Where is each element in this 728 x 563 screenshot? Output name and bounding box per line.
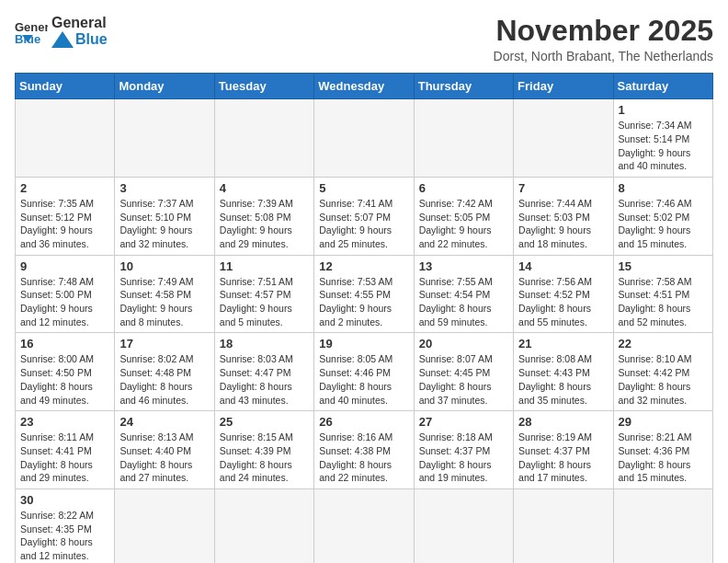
day-info: Sunrise: 7:56 AMSunset: 4:52 PMDaylight:… [518,275,608,329]
calendar-cell: 20Sunrise: 8:07 AMSunset: 4:45 PMDayligh… [414,333,513,411]
calendar-cell: 9Sunrise: 7:48 AMSunset: 5:00 PMDaylight… [16,255,115,333]
day-info: Sunrise: 8:02 AMSunset: 4:48 PMDaylight:… [119,352,209,407]
day-number: 13 [419,259,508,273]
day-info: Sunrise: 8:11 AMSunset: 4:41 PMDaylight:… [20,431,109,485]
calendar-cell: 4Sunrise: 7:39 AMSunset: 5:08 PMDaylight… [214,177,313,255]
day-number: 18 [220,337,309,350]
day-number: 27 [419,415,508,429]
calendar-cell: 19Sunrise: 8:05 AMSunset: 4:46 PMDayligh… [314,333,414,411]
day-number: 16 [20,337,109,350]
day-number: 24 [119,415,209,429]
calendar-cell [414,488,513,563]
calendar-cell: 30Sunrise: 8:22 AMSunset: 4:35 PMDayligh… [16,488,115,563]
calendar-cell [214,99,313,178]
calendar-cell: 18Sunrise: 8:03 AMSunset: 4:47 PMDayligh… [214,333,313,411]
day-info: Sunrise: 8:05 AMSunset: 4:46 PMDaylight:… [319,352,408,407]
calendar-cell: 15Sunrise: 7:58 AMSunset: 4:51 PMDayligh… [613,255,712,333]
month-title: November 2025 [494,15,713,47]
calendar-cell: 29Sunrise: 8:21 AMSunset: 4:36 PMDayligh… [613,411,712,489]
calendar-cell: 8Sunrise: 7:46 AMSunset: 5:02 PMDaylight… [613,177,712,255]
week-row-3: 9Sunrise: 7:48 AMSunset: 5:00 PMDaylight… [16,255,713,333]
logo-triangle-icon [51,31,74,48]
day-number: 14 [518,259,608,273]
day-info: Sunrise: 8:18 AMSunset: 4:37 PMDaylight:… [419,431,508,485]
day-number: 17 [119,337,209,350]
day-info: Sunrise: 7:42 AMSunset: 5:05 PMDaylight:… [419,197,508,251]
calendar-cell [16,99,115,178]
day-number: 26 [319,415,408,429]
weekday-header-thursday: Thursday [414,74,513,99]
day-info: Sunrise: 8:00 AMSunset: 4:50 PMDaylight:… [20,352,109,407]
day-info: Sunrise: 7:58 AMSunset: 4:51 PMDaylight:… [619,275,708,329]
calendar-cell: 27Sunrise: 8:18 AMSunset: 4:37 PMDayligh… [414,411,513,489]
day-info: Sunrise: 7:34 AMSunset: 5:14 PMDaylight:… [619,119,708,173]
day-info: Sunrise: 8:22 AMSunset: 4:35 PMDaylight:… [20,509,109,563]
calendar-cell: 2Sunrise: 7:35 AMSunset: 5:12 PMDaylight… [16,177,115,255]
day-number: 5 [319,181,408,195]
weekday-header-friday: Friday [514,74,613,99]
calendar-cell: 11Sunrise: 7:51 AMSunset: 4:57 PMDayligh… [214,255,313,333]
day-number: 10 [119,259,209,273]
day-number: 6 [419,181,508,195]
calendar-cell: 6Sunrise: 7:42 AMSunset: 5:05 PMDaylight… [414,177,513,255]
day-number: 22 [619,337,708,350]
day-number: 4 [220,181,309,195]
day-number: 21 [518,337,608,350]
calendar-cell: 17Sunrise: 8:02 AMSunset: 4:48 PMDayligh… [115,333,214,411]
logo-blue-text: Blue [75,31,108,48]
day-number: 28 [518,415,608,429]
calendar-cell [514,488,613,563]
day-number: 3 [119,181,209,195]
day-info: Sunrise: 7:48 AMSunset: 5:00 PMDaylight:… [20,275,109,329]
day-info: Sunrise: 8:03 AMSunset: 4:47 PMDaylight:… [220,352,309,407]
day-info: Sunrise: 7:55 AMSunset: 4:54 PMDaylight:… [419,275,508,329]
svg-text:Blue: Blue [15,32,40,44]
day-info: Sunrise: 8:13 AMSunset: 4:40 PMDaylight:… [119,431,209,485]
week-row-4: 16Sunrise: 8:00 AMSunset: 4:50 PMDayligh… [16,333,713,411]
day-number: 25 [220,415,309,429]
weekday-header-monday: Monday [115,74,214,99]
calendar-cell: 23Sunrise: 8:11 AMSunset: 4:41 PMDayligh… [16,411,115,489]
day-number: 20 [419,337,508,350]
day-info: Sunrise: 8:21 AMSunset: 4:36 PMDaylight:… [619,431,708,485]
calendar-cell [115,488,214,563]
day-number: 15 [619,259,708,273]
week-row-1: 1Sunrise: 7:34 AMSunset: 5:14 PMDaylight… [16,99,713,178]
day-number: 12 [319,259,408,273]
day-number: 19 [319,337,408,350]
calendar-cell: 22Sunrise: 8:10 AMSunset: 4:42 PMDayligh… [613,333,712,411]
week-row-5: 23Sunrise: 8:11 AMSunset: 4:41 PMDayligh… [16,411,713,489]
calendar-table: SundayMondayTuesdayWednesdayThursdayFrid… [15,73,713,563]
weekday-header-sunday: Sunday [16,74,115,99]
day-number: 9 [20,259,109,273]
day-info: Sunrise: 7:46 AMSunset: 5:02 PMDaylight:… [619,197,708,251]
calendar-cell [214,488,313,563]
day-info: Sunrise: 8:10 AMSunset: 4:42 PMDaylight:… [619,352,708,407]
day-info: Sunrise: 8:07 AMSunset: 4:45 PMDaylight:… [419,352,508,407]
calendar-cell: 24Sunrise: 8:13 AMSunset: 4:40 PMDayligh… [115,411,214,489]
calendar-cell: 13Sunrise: 7:55 AMSunset: 4:54 PMDayligh… [414,255,513,333]
calendar-cell: 26Sunrise: 8:16 AMSunset: 4:38 PMDayligh… [314,411,414,489]
page-header: General Blue General Blue November 2025 … [15,15,713,63]
day-info: Sunrise: 7:51 AMSunset: 4:57 PMDaylight:… [220,275,309,329]
day-info: Sunrise: 7:49 AMSunset: 4:58 PMDaylight:… [119,275,209,329]
calendar-cell: 7Sunrise: 7:44 AMSunset: 5:03 PMDaylight… [514,177,613,255]
weekday-header-row: SundayMondayTuesdayWednesdayThursdayFrid… [16,74,713,99]
calendar-cell: 3Sunrise: 7:37 AMSunset: 5:10 PMDaylight… [115,177,214,255]
day-info: Sunrise: 7:35 AMSunset: 5:12 PMDaylight:… [20,197,109,251]
calendar-cell: 16Sunrise: 8:00 AMSunset: 4:50 PMDayligh… [16,333,115,411]
day-info: Sunrise: 8:16 AMSunset: 4:38 PMDaylight:… [319,431,408,485]
location-subtitle: Dorst, North Brabant, The Netherlands [494,49,713,63]
calendar-cell: 28Sunrise: 8:19 AMSunset: 4:37 PMDayligh… [514,411,613,489]
logo: General Blue General Blue [15,15,108,48]
calendar-cell [115,99,214,178]
day-number: 11 [220,259,309,273]
calendar-cell: 10Sunrise: 7:49 AMSunset: 4:58 PMDayligh… [115,255,214,333]
day-info: Sunrise: 8:08 AMSunset: 4:43 PMDaylight:… [518,352,608,407]
day-info: Sunrise: 8:19 AMSunset: 4:37 PMDaylight:… [518,431,608,485]
title-area: November 2025 Dorst, North Brabant, The … [494,15,713,63]
day-number: 8 [619,181,708,195]
svg-marker-3 [51,31,74,48]
day-number: 29 [619,415,708,429]
week-row-6: 30Sunrise: 8:22 AMSunset: 4:35 PMDayligh… [16,488,713,563]
